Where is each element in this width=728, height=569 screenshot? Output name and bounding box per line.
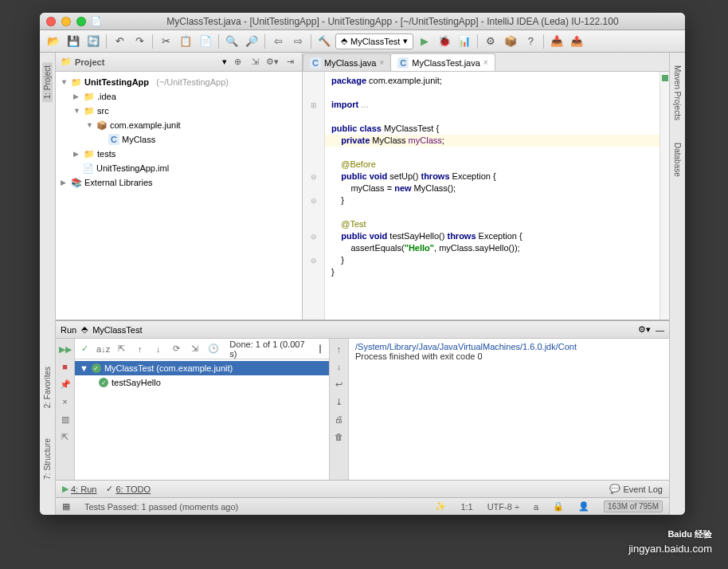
tree-libs[interactable]: ▶📚External Libraries bbox=[56, 175, 302, 190]
test-passed-icon: ✓ bbox=[92, 363, 101, 373]
console-output[interactable]: /System/Library/Java/JavaVirtualMachines… bbox=[349, 339, 669, 480]
build-icon[interactable]: 🔨 bbox=[315, 33, 333, 50]
cut-icon[interactable]: ✂ bbox=[157, 33, 174, 50]
prev-icon[interactable]: ↑ bbox=[133, 342, 147, 356]
caret-position[interactable]: 1:1 bbox=[460, 502, 472, 512]
rail-favorites[interactable]: 2: Favorites bbox=[42, 363, 53, 411]
back-icon[interactable]: ⇦ bbox=[269, 33, 287, 50]
rail-structure[interactable]: 7: Structure bbox=[42, 435, 53, 483]
tree-idea[interactable]: ▶📁.idea bbox=[56, 89, 302, 104]
run-config-selector[interactable]: ⬘ MyClassTest ▾ bbox=[335, 33, 413, 49]
pin-icon[interactable]: 📌 bbox=[58, 377, 72, 391]
close-tab-icon[interactable]: × bbox=[483, 58, 488, 67]
run-tool-window: Run ⬘ MyClassTest ⚙▾ — ▶▶ ■ 📌 × ▥ ⇱ bbox=[56, 320, 669, 480]
settings-icon[interactable]: ⚙ bbox=[482, 33, 499, 50]
zoom-window-button[interactable] bbox=[76, 17, 86, 26]
fold-end-icon[interactable]: ⊖ bbox=[303, 254, 324, 266]
find-icon[interactable]: 🔍 bbox=[223, 33, 241, 50]
export-result-icon[interactable]: ⇲ bbox=[188, 342, 202, 356]
export-icon[interactable]: ⇱ bbox=[58, 430, 72, 444]
insert-mode-icon[interactable]: a bbox=[534, 502, 538, 512]
fold-icon[interactable]: ⊞ bbox=[303, 99, 324, 111]
tree-src[interactable]: ▼📁src bbox=[56, 104, 302, 118]
coverage-icon[interactable]: 📊 bbox=[456, 33, 473, 50]
minimize-window-button[interactable] bbox=[61, 17, 71, 26]
scroll-end-icon[interactable]: ⤓ bbox=[332, 394, 346, 409]
rail-database[interactable]: Database bbox=[672, 139, 683, 180]
collapse-icon[interactable]: ⇱ bbox=[115, 342, 128, 356]
layout-icon[interactable]: ▥ bbox=[58, 412, 72, 426]
encoding[interactable]: UTF-8 ÷ bbox=[487, 502, 519, 512]
tree-iml[interactable]: 📄UnitTestingApp.iml bbox=[56, 161, 302, 175]
replace-icon[interactable]: 🔎 bbox=[243, 33, 260, 50]
sort-icon[interactable]: a↓z bbox=[96, 342, 110, 356]
run-icon[interactable]: ▶ bbox=[416, 33, 433, 50]
history-icon[interactable]: 🕒 bbox=[206, 342, 220, 356]
copy-icon[interactable]: 📋 bbox=[177, 33, 194, 50]
tree-package[interactable]: ▼📦com.example.junit bbox=[56, 118, 302, 132]
open-icon[interactable]: 📂 bbox=[45, 33, 62, 50]
fold-end-icon[interactable]: ⊖ bbox=[303, 194, 324, 206]
tree-class[interactable]: CMyClass bbox=[56, 132, 302, 147]
close-icon[interactable]: × bbox=[58, 394, 72, 409]
tab-myclass[interactable]: CMyClass.java× bbox=[303, 53, 391, 71]
up-icon[interactable]: ↑ bbox=[332, 342, 346, 356]
ide-window: 📄 MyClassTest.java - [UnitTestingApp] - … bbox=[40, 13, 685, 515]
lock-icon[interactable]: 🔒 bbox=[553, 501, 564, 512]
editor-gutter: ⊞ ⊖ ⊖ ⊖ ⊖ bbox=[303, 72, 325, 320]
test-tree-root[interactable]: ▼✓MyClassTest (com.example.junit) bbox=[75, 361, 329, 375]
memory-indicator[interactable]: 163M of 795M bbox=[604, 500, 663, 512]
editor-tabs: CMyClass.java× CMyClassTest.java× bbox=[303, 53, 669, 72]
sdk-icon[interactable]: 📦 bbox=[502, 33, 519, 50]
next-icon[interactable]: ↓ bbox=[151, 342, 165, 356]
forward-icon[interactable]: ⇨ bbox=[289, 33, 307, 50]
down-icon[interactable]: ↓ bbox=[332, 359, 346, 374]
print-icon[interactable]: 🖨 bbox=[332, 412, 346, 426]
tree-root[interactable]: ▼📁UnitTestingApp (~/UnitTestingApp) bbox=[56, 75, 302, 89]
redo-icon[interactable]: ↷ bbox=[131, 33, 148, 50]
paste-icon[interactable]: 📄 bbox=[197, 33, 214, 50]
track-icon[interactable]: ⟳ bbox=[170, 342, 183, 356]
close-tab-icon[interactable]: × bbox=[379, 58, 384, 67]
code-editor[interactable]: package com.example.junit; import ... pu… bbox=[325, 72, 660, 320]
fold-icon[interactable]: ⊖ bbox=[303, 230, 324, 242]
stop-icon[interactable]: ■ bbox=[58, 359, 72, 374]
hide-passed-icon[interactable]: ✓ bbox=[78, 342, 92, 356]
test-tree-item[interactable]: ✓testSayHello bbox=[75, 375, 329, 390]
collapse-icon[interactable]: ⇲ bbox=[248, 55, 262, 69]
gear-icon[interactable]: ⚙▾ bbox=[638, 324, 651, 335]
clear-icon[interactable]: 🗑 bbox=[332, 430, 346, 444]
error-stripe[interactable] bbox=[660, 72, 669, 320]
inspector-icon[interactable]: 👤 bbox=[578, 501, 589, 512]
scroll-to-icon[interactable]: ⊕ bbox=[230, 55, 245, 69]
run-tab-button[interactable]: ▶4: Run bbox=[62, 484, 96, 494]
tab-myclasstest[interactable]: CMyClassTest.java× bbox=[390, 53, 495, 71]
run-side-toolbar: ▶▶ ■ 📌 × ▥ ⇱ bbox=[56, 339, 75, 480]
tree-tests[interactable]: ▶📁tests bbox=[56, 147, 302, 161]
hide-icon[interactable]: ⇥ bbox=[283, 55, 297, 69]
event-log-button[interactable]: 💬Event Log bbox=[609, 484, 663, 494]
vcs-icon[interactable]: 📥 bbox=[548, 33, 566, 50]
gear-icon[interactable]: ⚙▾ bbox=[265, 55, 280, 69]
close-window-button[interactable] bbox=[46, 17, 56, 26]
file-icon: 📄 bbox=[91, 16, 102, 26]
debug-icon[interactable]: 🐞 bbox=[436, 33, 453, 50]
rail-project[interactable]: 1: Project bbox=[42, 62, 53, 102]
highlight-level-icon[interactable]: ✨ bbox=[435, 501, 446, 512]
undo-icon[interactable]: ↶ bbox=[111, 33, 128, 50]
windows-icon[interactable]: ▦ bbox=[62, 501, 70, 512]
editor-panel: CMyClass.java× CMyClassTest.java× ⊞ ⊖ ⊖ bbox=[303, 53, 669, 320]
save-icon[interactable]: 💾 bbox=[65, 33, 82, 50]
bottom-tool-bar: ▶4: Run ✓6: TODO 💬Event Log bbox=[56, 480, 669, 497]
sync-icon[interactable]: 🔄 bbox=[84, 33, 102, 50]
fold-icon[interactable]: ⊖ bbox=[303, 171, 324, 182]
rerun-icon[interactable]: ▶▶ bbox=[58, 342, 72, 356]
vcs-update-icon[interactable]: 📤 bbox=[568, 33, 585, 50]
soft-wrap-icon[interactable]: ↩ bbox=[332, 377, 346, 391]
view-mode-dropdown[interactable]: ▾ bbox=[222, 57, 227, 67]
todo-tab-button[interactable]: ✓6: TODO bbox=[106, 484, 151, 494]
help-icon[interactable]: ? bbox=[522, 33, 539, 50]
rail-maven[interactable]: Maven Projects bbox=[672, 62, 683, 124]
titlebar: 📄 MyClassTest.java - [UnitTestingApp] - … bbox=[40, 13, 685, 30]
minimize-icon[interactable]: — bbox=[656, 325, 664, 335]
